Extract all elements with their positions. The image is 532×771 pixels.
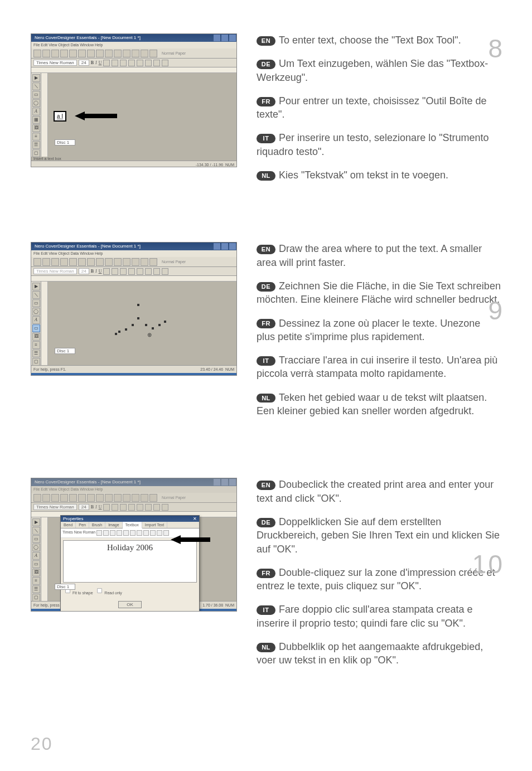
tab-brush: Brush xyxy=(89,522,105,528)
sample-text: Holiday 2006 xyxy=(64,543,196,552)
zoom-combo: Disc 1 xyxy=(55,139,75,146)
textbox-tool-active-icon: ▭ xyxy=(32,324,40,332)
rect-tool-icon: ▭ xyxy=(32,91,40,99)
window-title: Nero CoverDesigner Essentials - [New Doc… xyxy=(35,34,141,42)
instruction-de: DEDoppelklicken Sie auf dem erstellten D… xyxy=(257,515,501,556)
step-number: 10 xyxy=(472,549,504,579)
dialog-tabs: Bend Pen Brush Image Textbox Import Text xyxy=(61,522,199,528)
instruction-it: ITTracciare l'area in cui inserire il te… xyxy=(257,353,501,381)
screenshot-step-10: Nero CoverDesigner Essentials - [New Doc… xyxy=(31,478,237,612)
fit-checkbox-label: Fit to shape xyxy=(72,591,93,595)
instruction-nl: NLDubbelklik op het aangemaakte afdrukge… xyxy=(257,640,501,667)
instruction-de: DEUm Text einzugeben, wählen Sie das "Te… xyxy=(257,57,501,84)
pointer-tool-icon: ▶ xyxy=(32,74,40,82)
instruction-fr: FRDessinez la zone où placer le texte. U… xyxy=(257,317,501,344)
page-number: 20 xyxy=(31,734,53,754)
tab-image: Image xyxy=(105,522,122,528)
textbox-tool-callout: a I xyxy=(54,111,66,122)
instruction-it: ITFare doppio clic sull'area stampata cr… xyxy=(257,603,501,630)
side-toolbar: ▶ ＼ ▭ ◯ A ▦ 🖼 ≡ ☰ ▢ xyxy=(31,73,41,157)
instruction-fr: FRDouble-cliquez sur la zone d'impressio… xyxy=(257,566,501,593)
lang-tag-en: EN xyxy=(257,36,275,46)
status-hint: Insert a text box xyxy=(31,157,236,161)
tab-textbox: Textbox xyxy=(123,522,142,528)
screenshot-step-8: Nero CoverDesigner Essentials - [New Doc… xyxy=(31,33,237,167)
menu-bar: File Edit View Object Data Window Help xyxy=(31,42,236,49)
screenshot-step-9: Nero CoverDesigner Essentials - [New Doc… xyxy=(31,242,237,376)
readonly-checkbox-label: Read only xyxy=(104,591,122,595)
instruction-nl: NLTeken het gebied waar u de tekst wilt … xyxy=(257,391,501,418)
instruction-en: ENTo enter text, choose the "Text Box To… xyxy=(257,33,501,47)
tab-bend: Bend xyxy=(61,522,76,528)
lang-tag-fr: FR xyxy=(257,97,275,106)
ellipse-tool-icon: ◯ xyxy=(32,99,40,107)
dialog-title: Properties xyxy=(63,516,83,521)
instruction-en: ENDraw the area where to put the text. A… xyxy=(257,242,501,269)
tab-import: Import Text xyxy=(142,522,168,528)
main-toolbar: Normal Paper xyxy=(31,49,236,59)
image-tool-icon: 🖼 xyxy=(32,124,40,132)
instruction-fr: FRPour entrer un texte, choisissez "Outi… xyxy=(257,94,501,122)
ok-button[interactable]: OK xyxy=(118,601,142,608)
dialog-textarea: Holiday 2006 xyxy=(63,540,197,583)
tab-pen: Pen xyxy=(76,522,89,528)
close-icon: ✕ xyxy=(193,516,197,521)
instruction-en: ENDoubeclick the created print area and … xyxy=(257,478,501,505)
instruction-it: ITPer inserire un testo, selezionare lo … xyxy=(257,131,501,158)
instruction-nl: NLKies "Tekstvak" om tekst in te voegen. xyxy=(257,168,501,182)
properties-dialog: Properties✕ Bend Pen Brush Image Textbox… xyxy=(60,515,200,612)
step-number: 8 xyxy=(488,33,504,64)
format-toolbar: Times New Roman24 B I U xyxy=(31,59,236,67)
step-number: 9 xyxy=(488,295,504,326)
font-select: Times New Roman xyxy=(62,530,95,536)
text-tool-icon: A xyxy=(32,108,40,115)
lang-tag-nl: NL xyxy=(257,171,275,181)
lang-tag-de: DE xyxy=(257,60,275,69)
instruction-de: DEZeichnen Sie die Fläche, in die Sie Te… xyxy=(257,279,501,307)
lang-tag-it: IT xyxy=(257,134,275,143)
